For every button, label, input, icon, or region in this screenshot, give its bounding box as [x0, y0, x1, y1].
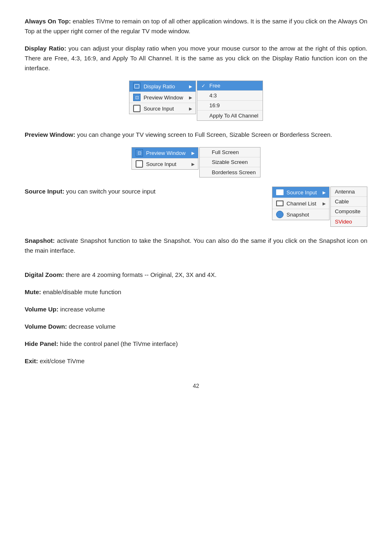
preview-icon2 — [135, 149, 143, 157]
volume-up-text: increase volume — [60, 306, 105, 313]
hide-panel-text: hide the control panel (the TiVme interf… — [60, 340, 178, 347]
menu-row-display-ratio: Display Ratio ▶ — [129, 81, 195, 92]
snapshot-label2: Snapshot: — [25, 237, 55, 244]
submenu-apply-all: Apply To All Channel — [197, 111, 263, 120]
channel-icon — [276, 199, 284, 207]
cable-label: Cable — [335, 198, 349, 205]
menu-row-source-input2: Source Input ▶ — [132, 159, 198, 169]
hide-panel-paragraph: Hide Panel: hide the control panel (the … — [25, 339, 367, 349]
apply-all-label: Apply To All Channel — [210, 113, 258, 119]
always-on-top-label: Always On Top: — [25, 18, 71, 25]
display-ratio-arrow: ▶ — [189, 84, 192, 89]
sizable-screen-label: Sizable Screen — [212, 159, 248, 165]
display-ratio-menu-container: Display Ratio ▶ Preview Window ▶ Source … — [25, 81, 367, 121]
snapshot-label: Snapshot — [286, 212, 326, 218]
check-free: ✓ — [201, 83, 207, 89]
display-ratio-label: Display Ratio: — [25, 45, 66, 52]
channel-list-label: Channel List — [286, 201, 317, 207]
preview-window-arrow: ▶ — [189, 95, 192, 100]
source-input-main-menu: Source Input ▶ Channel List ▶ Snapsh — [272, 187, 330, 220]
preview-window-submenu: Full Screen Sizable Screen Borderless Sc… — [199, 147, 261, 177]
display-ratio-text: you can adjust your display ratio when y… — [25, 45, 367, 71]
preview-window-arrow2: ▶ — [191, 151, 195, 155]
source-input-menu-label: Source Input — [143, 106, 183, 112]
source-input-section: Source Input: you can switch your source… — [25, 187, 367, 227]
source-input-paragraph: Source Input: you can switch your source… — [25, 187, 264, 197]
snapshot-icon — [276, 210, 284, 219]
source-input-menu-col: Source Input ▶ Channel List ▶ Snapsh — [272, 187, 367, 227]
snapshot-paragraph: Snapshot: activate Snapshot function to … — [25, 236, 367, 256]
preview-window-label: Preview Window: — [25, 131, 75, 138]
submenu-antenna: Antenna — [331, 187, 367, 197]
exit-label: Exit: — [25, 357, 38, 364]
menu-row-preview-window: Preview Window ▶ — [129, 92, 195, 103]
ratio-169-label: 16:9 — [210, 102, 220, 108]
volume-up-label: Volume Up: — [25, 306, 58, 313]
mute-paragraph: Mute: enable/disable mute function — [25, 287, 367, 297]
display-ratio-menu: Display Ratio ▶ Preview Window ▶ Source … — [129, 81, 263, 121]
always-on-top-paragraph: Always On Top: enables TiVme to remain o… — [25, 16, 367, 36]
preview-window-menu-label2: Preview Window — [146, 150, 185, 156]
preview-window-menu-label: Preview Window — [143, 94, 183, 101]
digital-zoom-text: there are 4 zooming formats -- Original,… — [66, 271, 217, 278]
preview-window-main-menu: Preview Window ▶ Source Input ▶ — [131, 147, 198, 170]
antenna-label: Antenna — [335, 189, 355, 195]
source-arrow2: ▶ — [191, 162, 195, 166]
source-input-menu: Source Input ▶ Channel List ▶ Snapsh — [272, 187, 367, 227]
digital-zoom-paragraph: Digital Zoom: there are 4 zooming format… — [25, 270, 367, 280]
preview-window-menu-container: Preview Window ▶ Source Input ▶ Full Scr… — [25, 147, 367, 177]
menu-row-channel: Channel List ▶ — [272, 198, 329, 209]
source-input-text-col: Source Input: you can switch your source… — [25, 187, 264, 203]
submenu-free: ✓ Free — [197, 81, 263, 91]
submenu-full-screen: Full Screen — [200, 148, 260, 157]
snapshot-text: activate Snapshot function to take the S… — [25, 237, 367, 254]
submenu-borderless-screen: Borderless Screen — [200, 167, 260, 177]
page-number: 42 — [25, 383, 367, 389]
submenu-svideo: SVideo — [331, 217, 367, 226]
mute-label: Mute: — [25, 288, 41, 295]
submenu-43: 4:3 — [197, 91, 263, 101]
preview-window-icon — [133, 93, 141, 101]
display-ratio-paragraph: Display Ratio: you can adjust your displ… — [25, 44, 367, 73]
volume-up-paragraph: Volume Up: increase volume — [25, 304, 367, 314]
submenu-composite: Composite — [331, 207, 367, 217]
source-input-submenu: Antenna Cable Composite SVideo — [330, 187, 367, 227]
display-ratio-submenu: ✓ Free 4:3 16:9 Apply To All Channel — [197, 81, 263, 121]
display-ratio-main-menu: Display Ratio ▶ Preview Window ▶ Source … — [129, 81, 196, 114]
borderless-screen-label: Borderless Screen — [212, 169, 256, 175]
free-label: Free — [210, 83, 221, 89]
submenu-sizable-screen: Sizable Screen — [200, 157, 260, 167]
svideo-label: SVideo — [335, 219, 352, 225]
menu-row-source3: Source Input ▶ — [272, 187, 329, 198]
display-ratio-menu-label: Display Ratio — [143, 83, 183, 90]
source-input-icon — [133, 104, 141, 113]
source-input-text: you can switch your source input — [66, 188, 156, 195]
digital-zoom-label: Digital Zoom: — [25, 271, 64, 278]
menu-row-preview-window2: Preview Window ▶ — [132, 148, 198, 159]
submenu-cable: Cable — [331, 197, 367, 207]
hide-panel-label: Hide Panel: — [25, 340, 58, 347]
source-input-arrow: ▶ — [189, 106, 192, 111]
source-icon3 — [276, 188, 284, 196]
preview-window-text: you can change your TV viewing screen to… — [77, 131, 332, 138]
menu-row-snapshot: Snapshot — [272, 209, 329, 220]
exit-paragraph: Exit: exit/close TiVme — [25, 356, 367, 366]
mute-text: enable/disable mute function — [43, 288, 121, 295]
ratio-43-label: 4:3 — [210, 92, 217, 99]
composite-label: Composite — [335, 208, 360, 214]
source-arrow3: ▶ — [323, 190, 326, 195]
volume-down-text: decrease volume — [69, 323, 115, 330]
channel-arrow: ▶ — [323, 201, 326, 206]
exit-text: exit/close TiVme — [40, 357, 85, 364]
full-screen-label: Full Screen — [212, 149, 239, 155]
preview-window-menu: Preview Window ▶ Source Input ▶ Full Scr… — [131, 147, 260, 177]
display-ratio-icon — [133, 82, 141, 90]
submenu-169: 16:9 — [197, 101, 263, 111]
source-input-label: Source Input: — [25, 188, 65, 195]
always-on-top-text: enables TiVme to remain on top of all ot… — [25, 18, 367, 35]
source-icon2 — [135, 160, 143, 168]
source-input-menu-label2: Source Input — [146, 161, 185, 167]
preview-window-paragraph: Preview Window: you can change your TV v… — [25, 130, 367, 140]
volume-down-paragraph: Volume Down: decrease volume — [25, 322, 367, 332]
source-input-label3: Source Input — [286, 189, 317, 196]
